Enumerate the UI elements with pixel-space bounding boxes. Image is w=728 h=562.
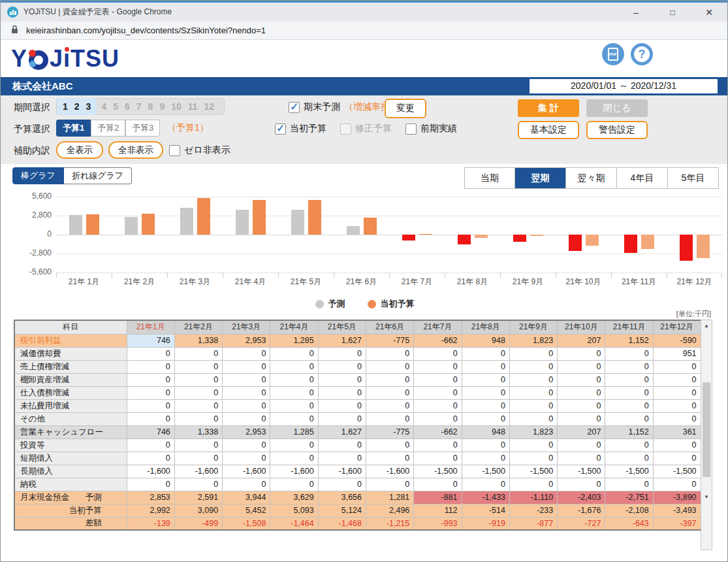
cell-r3-m8[interactable]: 0: [462, 360, 509, 373]
month-option-12[interactable]: 12: [201, 101, 218, 112]
cell-r15-m5[interactable]: -1,468: [318, 517, 366, 530]
cell-r13-m4[interactable]: 3,629: [270, 491, 318, 504]
cell-r1-m12[interactable]: -590: [653, 334, 701, 347]
cell-r3-m9[interactable]: 0: [509, 360, 557, 373]
cell-r3-m5[interactable]: 0: [318, 360, 366, 373]
cell-r5-m4[interactable]: 0: [270, 386, 318, 399]
cell-r2-m8[interactable]: 0: [462, 347, 509, 360]
cell-r9-m1[interactable]: 0: [127, 438, 174, 452]
scroll-down-icon[interactable]: ▼: [701, 492, 712, 502]
cell-r3-m6[interactable]: 0: [366, 360, 413, 373]
pdf-export-button[interactable]: PDF: [602, 43, 624, 65]
cell-r1-m3[interactable]: 2,953: [223, 334, 270, 347]
cell-r14-m4[interactable]: 5,093: [270, 504, 318, 517]
cell-r7-m6[interactable]: 0: [366, 412, 413, 425]
month-option-6[interactable]: 6: [121, 101, 133, 112]
month-option-9[interactable]: 9: [156, 101, 168, 112]
cell-r12-m8[interactable]: 0: [462, 478, 509, 491]
warning-settings-button[interactable]: 警告設定: [586, 121, 648, 139]
cell-r4-m11[interactable]: 0: [605, 373, 653, 386]
tab-bar-chart[interactable]: 棒グラフ: [12, 167, 64, 184]
period-tab-3[interactable]: 翌々期: [566, 167, 617, 189]
cell-r9-m10[interactable]: 0: [558, 438, 605, 452]
cell-r1-m11[interactable]: 1,152: [605, 334, 653, 347]
cell-r6-m8[interactable]: 0: [462, 399, 509, 412]
cell-r2-m9[interactable]: 0: [509, 347, 557, 360]
cell-r11-m3[interactable]: -1,600: [223, 465, 270, 478]
cell-r15-m6[interactable]: -1,215: [366, 517, 413, 530]
show-all-button[interactable]: 全表示: [56, 141, 103, 159]
cell-r10-m10[interactable]: 0: [558, 452, 605, 465]
budget-button-予算1[interactable]: 予算1: [56, 120, 91, 137]
cell-r13-m3[interactable]: 3,944: [223, 491, 270, 504]
cell-r12-m10[interactable]: 0: [558, 478, 605, 491]
cell-r12-m11[interactable]: 0: [605, 478, 653, 491]
cell-r2-m7[interactable]: 0: [414, 347, 462, 360]
cell-r11-m10[interactable]: -1,500: [558, 465, 605, 478]
cell-r9-m3[interactable]: 0: [223, 438, 270, 452]
cell-r7-m11[interactable]: 0: [605, 412, 653, 425]
cell-r1-m5[interactable]: 1,627: [318, 334, 366, 347]
cell-r3-m4[interactable]: 0: [270, 360, 318, 373]
cell-r12-m5[interactable]: 0: [318, 478, 366, 491]
cell-r14-m1[interactable]: 2,992: [127, 504, 174, 517]
cell-r8-m5[interactable]: 1,627: [318, 425, 366, 438]
cell-r14-m5[interactable]: 5,124: [318, 504, 366, 517]
cell-r13-m7[interactable]: -881: [414, 491, 462, 504]
cell-r5-m1[interactable]: 0: [127, 386, 174, 399]
cell-r11-m9[interactable]: -1,500: [509, 465, 557, 478]
cell-r6-m5[interactable]: 0: [318, 399, 366, 412]
cell-r7-m12[interactable]: 0: [653, 412, 701, 425]
cell-r13-m9[interactable]: -1,110: [509, 491, 557, 504]
cell-r9-m6[interactable]: 0: [366, 438, 413, 452]
cell-r3-m3[interactable]: 0: [223, 360, 270, 373]
cell-r14-m7[interactable]: 112: [414, 504, 462, 517]
cell-r4-m12[interactable]: 0: [653, 373, 701, 386]
cell-r4-m2[interactable]: 0: [174, 373, 222, 386]
cell-r9-m9[interactable]: 0: [509, 438, 557, 452]
period-tab-4[interactable]: 4年目: [617, 167, 668, 189]
cell-r14-m12[interactable]: -3,493: [653, 504, 701, 517]
cell-r5-m12[interactable]: 0: [653, 386, 701, 399]
period-tab-1[interactable]: 当期: [464, 167, 515, 189]
cell-r2-m4[interactable]: 0: [270, 347, 318, 360]
month-option-8[interactable]: 8: [145, 101, 157, 112]
month-option-2[interactable]: 2: [71, 101, 83, 112]
cell-r3-m11[interactable]: 0: [605, 360, 653, 373]
cell-r3-m1[interactable]: 0: [127, 360, 174, 373]
cell-r15-m3[interactable]: -1,508: [223, 517, 270, 530]
cell-r11-m1[interactable]: -1,600: [127, 465, 174, 478]
cell-r14-m3[interactable]: 5,452: [223, 504, 270, 517]
month-option-11[interactable]: 11: [185, 101, 201, 112]
cell-r2-m11[interactable]: 0: [605, 347, 653, 360]
cell-r5-m11[interactable]: 0: [605, 386, 653, 399]
cell-r7-m7[interactable]: 0: [414, 412, 462, 425]
cell-r11-m12[interactable]: -1,500: [653, 465, 701, 478]
close-page-button[interactable]: 閉じる: [586, 99, 648, 117]
cell-r4-m7[interactable]: 0: [414, 373, 462, 386]
tab-line-chart[interactable]: 折れ線グラフ: [64, 167, 132, 184]
cell-r1-m6[interactable]: -775: [366, 334, 413, 347]
cell-r14-m11[interactable]: -2,108: [605, 504, 653, 517]
cell-r10-m8[interactable]: 0: [462, 452, 509, 465]
cell-r13-m8[interactable]: -1,433: [462, 491, 509, 504]
cell-r9-m12[interactable]: 0: [653, 438, 701, 452]
cell-r6-m3[interactable]: 0: [223, 399, 270, 412]
cell-r5-m7[interactable]: 0: [414, 386, 462, 399]
cell-r9-m11[interactable]: 0: [605, 438, 653, 452]
cell-r6-m7[interactable]: 0: [414, 399, 462, 412]
period-tab-2[interactable]: 翌期: [515, 167, 566, 189]
budget-button-予算3[interactable]: 予算3: [125, 120, 160, 137]
zero-hide-checkbox[interactable]: [169, 145, 180, 156]
cell-r4-m8[interactable]: 0: [462, 373, 509, 386]
month-option-3[interactable]: 3: [83, 101, 95, 112]
cell-r11-m8[interactable]: -1,500: [462, 465, 509, 478]
scrollbar-thumb[interactable]: [703, 382, 710, 477]
cell-r5-m9[interactable]: 0: [509, 386, 557, 399]
cell-r2-m5[interactable]: 0: [318, 347, 366, 360]
cell-r3-m10[interactable]: 0: [558, 360, 605, 373]
cell-r12-m1[interactable]: 0: [127, 478, 174, 491]
cell-r13-m6[interactable]: 1,281: [366, 491, 413, 504]
cell-r15-m4[interactable]: -1,464: [270, 517, 318, 530]
cell-r4-m5[interactable]: 0: [318, 373, 366, 386]
